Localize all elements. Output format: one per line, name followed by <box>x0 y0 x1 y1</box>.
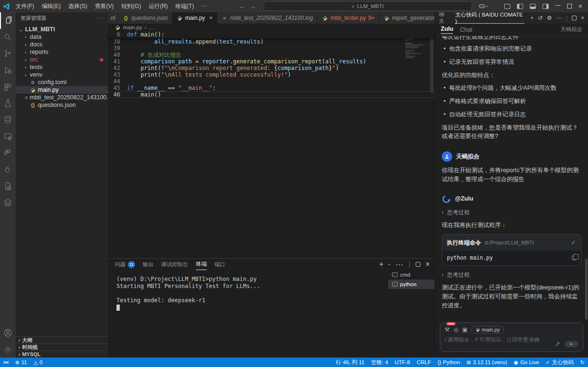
menu-item[interactable]: 运行(R) <box>145 1 171 11</box>
send-button[interactable]: ➤ <box>565 341 578 347</box>
thinking-process-toggle[interactable]: ›思考过程 <box>442 271 581 279</box>
panel-tab-调试控制台[interactable]: 调试控制台 <box>161 259 188 270</box>
api-tester-icon[interactable] <box>0 178 16 194</box>
status-item[interactable]: CRLF <box>413 358 434 367</box>
comate-more-icon[interactable]: ⋯ <box>556 15 562 21</box>
command-center-search[interactable]: ⌕ LLM_MBTI <box>264 1 472 11</box>
editor-tab-mbti_tester.py[interactable]: mbti_tester.py9+ <box>318 12 379 24</box>
panel-more-icon[interactable]: ⋯ <box>396 260 403 269</box>
editor-tab-mbti_test_20250822_143100.log[interactable]: ≡mbti_test_20250822_143100.log <box>217 12 318 24</box>
sticky-scroll-line[interactable]: 6def main(): <box>108 31 435 38</box>
menu-item[interactable]: 查看(V) <box>91 1 117 11</box>
explorer-item-src[interactable]: ›src <box>16 56 108 63</box>
maximize-button[interactable] <box>567 4 572 9</box>
comate-close-icon[interactable]: × <box>581 15 584 21</box>
panel-tab-问题[interactable]: 问题11 <box>115 259 135 270</box>
terminal-instance-cmd[interactable]: Ccmd <box>388 270 435 280</box>
explorer-more-icon[interactable]: ··· <box>97 15 103 21</box>
explorer-icon[interactable] <box>0 12 16 29</box>
toggle-secondary-sidebar-icon[interactable] <box>543 4 549 9</box>
remote-explorer-icon[interactable] <box>0 128 16 145</box>
terminal-output[interactable]: (venv) D:\Project\LLM_MBTI>python main.p… <box>108 270 388 358</box>
status-item-grid[interactable]: ⊞3.12.11 (venv) <box>463 358 510 367</box>
extensions-icon[interactable] <box>0 79 16 95</box>
tab-close-icon[interactable]: × <box>209 15 213 21</box>
minimap[interactable] <box>405 37 428 66</box>
database-icon[interactable] <box>0 112 16 128</box>
panel-tab-终端[interactable]: 终端 <box>196 259 207 270</box>
menu-bar[interactable]: 文件(F)编辑(E)选择(S)查看(V)转到(G)运行(R)终端(T)··· <box>12 1 211 11</box>
menu-item[interactable]: ··· <box>198 1 211 11</box>
nav-forward-icon[interactable]: → <box>250 3 256 10</box>
source-control-icon[interactable] <box>0 45 16 62</box>
menu-item[interactable]: 终端(T) <box>172 1 197 11</box>
explorer-item-main.py[interactable]: main.py <box>16 86 108 94</box>
explorer-item-reports[interactable]: ›reports <box>16 48 108 56</box>
terminal-instance-python[interactable]: >_python <box>388 280 435 289</box>
subtab-chat[interactable]: Chat <box>460 26 472 33</box>
nav-back-icon[interactable]: ← <box>239 3 245 10</box>
status-item[interactable]: 空格: 4 <box>368 358 392 367</box>
tools-icon[interactable]: ⚒new <box>445 326 450 333</box>
sidebar-section-时间线[interactable]: ›时间线 <box>16 343 108 350</box>
run-debug-icon[interactable] <box>0 62 16 79</box>
new-chat-icon[interactable]: + <box>530 15 534 21</box>
terminal-dropdown-icon[interactable]: › <box>387 263 392 265</box>
explorer-item-mbti_test_20250822_143100.log[interactable]: ≡mbti_test_20250822_143100.log <box>16 94 108 101</box>
settings-gear-icon[interactable] <box>0 341 16 358</box>
status-item-broadcast[interactable]: ◉Go Live <box>510 358 542 367</box>
explorer-item-LLM_MBTI[interactable]: ⌄LLM_MBTI <box>16 26 108 33</box>
editor-tab-report_generator.p[interactable]: report_generator.p <box>379 12 444 24</box>
customize-layout-icon[interactable] <box>504 4 510 9</box>
copy-icon[interactable] <box>572 255 576 260</box>
minimize-button[interactable] <box>555 5 561 6</box>
tab-comate[interactable]: 文心快码 ( BAIDU COMATE ) <box>455 12 525 24</box>
sidebar-section-大纲[interactable]: ›大纲 <box>16 336 108 343</box>
status-item-sync[interactable]: ↻ <box>577 358 588 367</box>
panel-close-icon[interactable]: × <box>426 260 430 269</box>
tongyi-icon[interactable] <box>0 161 16 178</box>
menu-item[interactable]: 选择(S) <box>65 1 90 11</box>
screenshot-icon[interactable]: ▣ <box>462 326 467 333</box>
status-item-braces[interactable]: {}Python <box>434 358 463 367</box>
explorer-item-docs[interactable]: ›docs <box>16 41 108 48</box>
agent-icon[interactable]: ◎ <box>454 326 458 333</box>
panel-tab-端口[interactable]: 端口 <box>214 259 225 270</box>
subtab-zulu[interactable]: Zulu <box>441 26 453 34</box>
explorer-item-venv[interactable]: ›venv <box>16 71 108 79</box>
menu-item[interactable]: 转到(G) <box>118 1 144 11</box>
account-icon[interactable] <box>0 324 16 341</box>
editor-tab-nl[interactable]: nl <box>108 12 118 24</box>
close-button[interactable]: × <box>579 2 582 10</box>
comate-settings-icon[interactable]: ⚙ <box>547 15 552 21</box>
history-icon[interactable]: ↺ <box>538 15 543 21</box>
expand-input-icon[interactable]: ↗ <box>554 340 560 349</box>
tab-chat[interactable]: 聊天 <box>439 11 449 25</box>
status-item-remote[interactable]: >< <box>0 358 12 367</box>
editor-tab-main.py[interactable]: main.py× <box>172 12 217 24</box>
explorer-item-config.toml[interactable]: ⚙config.toml <box>16 79 108 86</box>
layers-icon[interactable] <box>0 194 16 211</box>
menu-item[interactable]: 文件(F) <box>12 1 37 11</box>
context-chip[interactable]: main.py <box>472 326 504 333</box>
status-item-error[interactable]: ⊗11 <box>12 358 30 367</box>
chat-input-box[interactable]: ⚒new ◎ ▣ main.py / 调用指令，# 引用知识，让回答更准确 ↗ … <box>440 323 583 352</box>
copilot-menu[interactable]: › <box>479 3 488 9</box>
panel-tab-输出[interactable]: 输出 <box>143 259 153 270</box>
status-item-warning[interactable]: △0 <box>30 358 46 367</box>
toggle-sidebar-icon[interactable] <box>517 4 523 9</box>
breadcrumb-more[interactable]: ... <box>149 25 153 30</box>
testing-icon[interactable] <box>0 95 16 112</box>
chat-scrollbar[interactable] <box>585 258 588 320</box>
thinking-process-toggle[interactable]: ›思考过程 <box>442 208 581 217</box>
toggle-panel-icon[interactable] <box>530 4 536 9</box>
explorer-item-data[interactable]: ›data <box>16 33 108 41</box>
menu-item[interactable]: 编辑(E) <box>38 1 64 11</box>
status-item-check[interactable]: ✓文心快码 <box>543 358 577 367</box>
editor-scrollbar[interactable] <box>430 36 434 93</box>
breadcrumb-file[interactable]: main.py <box>123 25 142 30</box>
new-terminal-icon[interactable]: + <box>379 260 383 269</box>
explorer-item-questions.json[interactable]: {}questions.json <box>16 101 108 109</box>
editor-tab-questions.json[interactable]: {}questions.json <box>118 12 172 24</box>
status-item[interactable]: 行 46, 列 11 <box>332 358 368 367</box>
